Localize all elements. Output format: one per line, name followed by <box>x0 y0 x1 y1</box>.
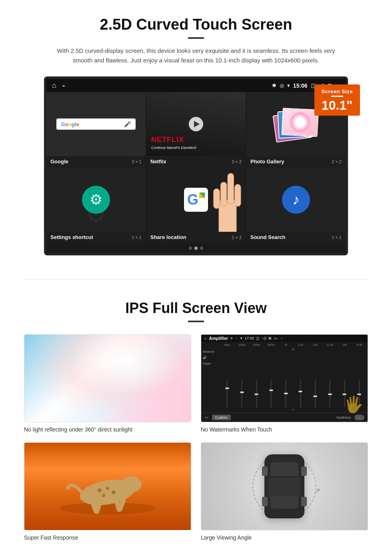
dot-3 <box>200 247 203 250</box>
netflix-label: Netflix 3 × 2 <box>146 156 246 168</box>
car-wheel-front-right <box>301 466 307 476</box>
sound-app-name: Sound Search <box>250 234 285 240</box>
google-logo: Google <box>61 121 79 127</box>
car-top-view <box>264 454 304 518</box>
eq-bar-3 <box>250 351 263 407</box>
sunlight-image-box <box>24 334 191 422</box>
viewing-angle-label: Large Viewing Angle <box>201 534 368 541</box>
app-grid-bottom: ⚙ ⚙ G <box>46 168 346 232</box>
screen-size-badge: Screen Size 10.1" <box>314 84 360 116</box>
google-search-bar[interactable]: Google 🎤 <box>56 118 136 130</box>
amp-title: Amplifier <box>209 336 228 341</box>
amp-back-btn: << <box>204 415 209 420</box>
svg-point-11 <box>122 476 142 492</box>
amp-time: 17:33 <box>245 336 254 340</box>
pagination-dots <box>46 243 346 253</box>
settings-icon-bg: ⚙ <box>82 186 110 214</box>
app-grid-top: Google 🎤 NETFLIX Continue Mar <box>46 92 346 156</box>
google-app-cell[interactable]: Google 🎤 <box>46 92 146 156</box>
settings-cell-inner: ⚙ ⚙ <box>46 168 146 232</box>
amplifier-screen: ⌂ Amplifier ≡ ··· ▾ 17:33 ◫ ◁) ⊠ ▭ ← <box>201 335 368 422</box>
amp-vol: ◁) <box>262 336 266 340</box>
car-cabin <box>268 478 300 498</box>
sound-cell-wrapper: ♪ <box>246 168 346 232</box>
cheetah-svg <box>52 456 164 516</box>
wifi-icon: ▾ <box>287 82 290 88</box>
title-underline <box>188 37 204 39</box>
mic-icon: 🎤 <box>124 121 131 127</box>
device-screen: ⌂ ⌁ ✱ ◎ ▾ 15:06 ◫ ◁) ⊠ ▭ <box>44 76 348 255</box>
usb-icon: ⌁ <box>62 82 65 89</box>
amp-label-balance: Balance <box>203 350 219 353</box>
car-image-box: ↗ <box>201 442 368 530</box>
amp-home-icon: ⌂ <box>204 336 206 340</box>
amplifier-image-box: ⌂ Amplifier ≡ ··· ▾ 17:33 ◫ ◁) ⊠ ▭ ← <box>201 334 368 422</box>
car-wheel-front-left <box>262 466 268 476</box>
amp-status-bar: ⌂ Amplifier ≡ ··· ▾ 17:33 ◫ ◁) ⊠ ▭ ← <box>201 335 368 342</box>
netflix-app-size: 3 × 2 <box>232 159 242 164</box>
settings-label: Settings shortcut 1 × 1 <box>46 232 146 243</box>
music-note-icon: ♪ <box>292 191 300 208</box>
app-label-row-2: Settings shortcut 1 × 1 Share location 1… <box>46 232 346 243</box>
eq-bar-2 <box>235 351 249 407</box>
google-cell-inner: Google 🎤 <box>46 92 146 156</box>
netflix-app-cell[interactable]: NETFLIX Continue Marvel's Daredevil <box>146 92 246 156</box>
eq-bar-8 <box>323 351 337 407</box>
sunlight-scene <box>24 335 191 422</box>
sound-app-size: 1 × 1 <box>332 235 342 240</box>
section1-description: With 2.5D curved-display screen, this de… <box>56 46 336 65</box>
netflix-app-name: Netflix <box>150 159 166 165</box>
share-label: Share location 1 × 1 <box>146 232 246 243</box>
svg-point-13 <box>106 487 109 490</box>
dot-1 <box>189 247 192 250</box>
share-cell-inner: G <box>146 168 246 232</box>
section2-title: IPS Full Screen View <box>24 300 368 317</box>
dot-2 <box>194 247 198 250</box>
settings-app-cell[interactable]: ⚙ ⚙ <box>46 168 146 232</box>
svg-rect-6 <box>220 182 226 207</box>
watermarks-label: No Watermarks When Touch <box>201 426 368 433</box>
car-windshield <box>270 462 298 476</box>
amp-dots: ··· <box>235 336 238 340</box>
amp-toggle[interactable]: ○ <box>354 415 364 420</box>
share-location-app-cell[interactable]: G <box>146 168 246 232</box>
amp-custom-btn[interactable]: Custom <box>212 415 231 420</box>
amp-body: Balance 🔊 Fader 60hz100hz200hz500hz 1k2.… <box>201 342 368 413</box>
section-ips: IPS Full Screen View No light reflecting… <box>0 292 392 557</box>
gallery-label: Photo Gallery 2 × 2 <box>246 156 346 168</box>
sunlight-label: No light reflecting under 360° direct su… <box>24 426 191 433</box>
sound-search-app-cell[interactable]: ♪ <box>246 168 346 232</box>
share-app-name: Share location <box>150 234 186 240</box>
amp-footer: << Custom loudness ○ <box>201 413 368 422</box>
sunlight-rays <box>24 335 191 422</box>
badge-underline <box>331 96 343 97</box>
cheetah-image-box <box>24 442 191 530</box>
amp-loudness-label: loudness <box>337 415 351 420</box>
status-bar: ⌂ ⌁ ✱ ◎ ▾ 15:06 ◫ ◁) ⊠ ▭ <box>46 79 346 92</box>
sound-label: Sound Search 1 × 1 <box>246 232 346 243</box>
gallery-app-name: Photo Gallery <box>250 159 284 165</box>
play-button[interactable] <box>189 117 203 131</box>
amp-label-fader: Fader <box>203 362 219 365</box>
eq-bar-4 <box>264 351 278 407</box>
gallery-app-size: 2 × 2 <box>332 159 342 164</box>
amp-label-speaker: 🔊 <box>203 356 219 359</box>
car-scene: ↗ <box>201 443 368 530</box>
netflix-subtitle: Continue Marvel's Daredevil <box>151 146 196 150</box>
feature-fast-response: Super Fast Response <box>24 442 191 541</box>
flower-image <box>290 112 311 133</box>
time-display: 15:06 <box>293 82 308 89</box>
eq-bar-6 <box>294 351 308 407</box>
hand-pointer <box>202 168 246 232</box>
car-wheel-rear-right <box>301 497 307 506</box>
share-app-size: 1 × 1 <box>232 235 242 240</box>
settings-app-name: Settings shortcut <box>50 234 93 240</box>
section-divider <box>24 279 368 280</box>
device-container: Screen Size 10.1" ⌂ ⌁ ✱ ◎ ▾ 15:06 ◫ ◁) ⊠… <box>44 76 348 255</box>
gear-icon: ⚙ <box>90 191 102 208</box>
netflix-cell-inner: NETFLIX Continue Marvel's Daredevil <box>146 92 246 156</box>
car-trunk <box>270 496 298 508</box>
play-triangle-icon <box>194 121 200 127</box>
google-label: Google 3 × 1 <box>46 156 146 168</box>
amp-back: ← <box>280 336 284 340</box>
